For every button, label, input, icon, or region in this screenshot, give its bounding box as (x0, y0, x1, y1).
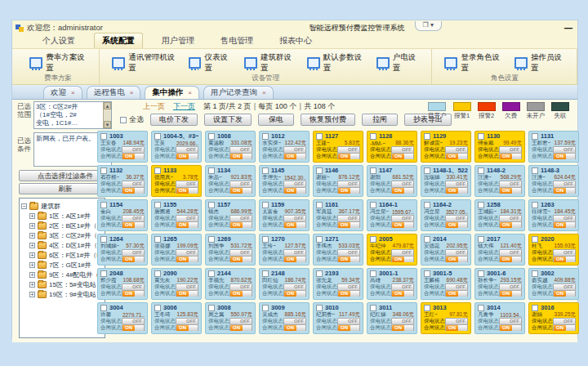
protect-status-toggle[interactable]: OFF (391, 283, 414, 290)
protect-status-toggle[interactable]: OFF (337, 181, 360, 187)
selected-range-listbox[interactable]: 3区：C区2#井 （1#空电，2# 变电，1C1#… ▲ ▼ (33, 101, 112, 129)
protect-status-toggle[interactable]: OFF (553, 181, 576, 187)
card-checkbox[interactable] (154, 305, 161, 311)
switch-status-toggle[interactable]: ON (553, 324, 576, 331)
toolbar-button[interactable]: 恢复预付费 (301, 114, 355, 126)
menu-item[interactable]: 个人设置 (35, 33, 82, 48)
protect-status-toggle[interactable]: OFF (445, 181, 468, 187)
protect-status-toggle[interactable]: OFF (229, 283, 252, 290)
card-checkbox[interactable] (316, 305, 323, 311)
card-checkbox[interactable] (262, 236, 269, 243)
tree-item[interactable]: +6区：F区1#井（F区1# (21, 250, 103, 260)
card-checkbox[interactable] (370, 167, 376, 174)
protect-status-toggle[interactable]: OFF (445, 215, 468, 221)
switch-status-toggle[interactable]: ON (176, 256, 198, 262)
card-checkbox[interactable] (100, 236, 107, 243)
protect-status-toggle[interactable]: OFF (176, 283, 198, 290)
card-checkbox[interactable] (208, 133, 215, 140)
switch-status-toggle[interactable]: ON (283, 221, 306, 228)
protect-status-toggle[interactable]: OFF (391, 249, 414, 256)
tree-item[interactable]: +9区：4#配电井（4#配 (21, 270, 103, 279)
switch-status-toggle[interactable]: ON (337, 290, 360, 297)
protect-status-toggle[interactable]: OFF (283, 146, 306, 153)
switch-status-toggle[interactable]: ON (499, 221, 522, 228)
scroll-up-icon[interactable]: ▲ (104, 102, 111, 109)
card-checkbox[interactable] (154, 270, 161, 277)
switch-status-toggle[interactable]: ON (499, 153, 522, 159)
protect-status-toggle[interactable]: OFF (391, 181, 414, 187)
protect-status-toggle[interactable]: OFF (445, 249, 468, 256)
card-checkbox[interactable] (478, 305, 484, 311)
switch-status-toggle[interactable]: ON (337, 221, 360, 228)
protect-status-toggle[interactable]: OFF (553, 146, 576, 153)
protect-status-toggle[interactable]: OFF (499, 283, 522, 290)
protect-status-toggle[interactable]: OFF (499, 181, 522, 187)
protect-status-toggle[interactable]: OFF (337, 249, 360, 256)
card-checkbox[interactable] (532, 133, 538, 140)
document-tab[interactable]: 远程售电× (87, 86, 141, 99)
card-checkbox[interactable] (100, 202, 107, 208)
expand-icon[interactable]: + (29, 292, 35, 297)
switch-status-toggle[interactable]: ON (445, 153, 468, 159)
switch-status-toggle[interactable]: ON (229, 256, 252, 262)
ribbon-button[interactable]: 登录角色设置 (442, 51, 504, 75)
minimize-button[interactable]: — (564, 24, 572, 33)
ribbon-button[interactable]: 建筑群设置 (242, 51, 296, 75)
protect-status-toggle[interactable]: OFF (122, 249, 145, 256)
switch-status-toggle[interactable]: ON (176, 187, 198, 194)
protect-status-toggle[interactable]: OFF (229, 249, 252, 256)
card-checkbox[interactable] (208, 167, 215, 174)
switch-status-toggle[interactable]: ON (176, 221, 198, 228)
ribbon-button[interactable]: 费率方案设置 (27, 51, 89, 75)
expand-icon[interactable]: + (29, 213, 35, 219)
protect-status-toggle[interactable]: OFF (176, 249, 198, 256)
expand-icon[interactable]: + (29, 243, 35, 248)
card-checkbox[interactable] (262, 133, 269, 140)
protect-status-toggle[interactable]: OFF (176, 181, 198, 187)
protect-status-toggle[interactable]: OFF (337, 318, 360, 324)
card-checkbox[interactable] (100, 167, 107, 174)
card-checkbox[interactable] (154, 167, 161, 174)
protect-status-toggle[interactable]: OFF (391, 318, 414, 324)
switch-status-toggle[interactable]: ON (337, 256, 360, 262)
tree-item[interactable]: +2区：B区1#井（B区1# (21, 221, 103, 230)
card-checkbox[interactable] (208, 270, 215, 277)
close-icon[interactable]: × (262, 89, 266, 96)
switch-status-toggle[interactable]: ON (229, 221, 252, 228)
close-icon[interactable]: × (188, 89, 192, 96)
card-checkbox[interactable] (100, 270, 107, 277)
switch-status-toggle[interactable]: ON (229, 324, 252, 331)
switch-status-toggle[interactable]: ON (499, 256, 522, 262)
expand-icon[interactable]: + (29, 282, 35, 288)
next-page-link[interactable]: 下一页 (173, 101, 195, 112)
card-checkbox[interactable] (262, 167, 269, 174)
toolbar-button[interactable]: 拉闸 (362, 114, 398, 126)
card-checkbox[interactable] (262, 270, 269, 277)
protect-status-toggle[interactable]: OFF (229, 146, 252, 153)
card-checkbox[interactable] (532, 167, 538, 174)
ribbon-button[interactable]: 仪表设置 (186, 51, 234, 75)
switch-status-toggle[interactable]: ON (122, 256, 145, 262)
card-checkbox[interactable] (154, 133, 161, 140)
protect-status-toggle[interactable]: OFF (122, 283, 145, 290)
switch-status-toggle[interactable]: ON (445, 187, 468, 194)
card-checkbox[interactable] (100, 305, 107, 311)
expand-icon[interactable]: + (29, 262, 35, 268)
tree-item[interactable]: +19区：9#变电站（2# (21, 289, 103, 299)
card-checkbox[interactable] (478, 236, 484, 243)
switch-status-toggle[interactable]: ON (122, 187, 145, 194)
switch-status-toggle[interactable]: ON (283, 256, 306, 262)
protect-status-toggle[interactable]: OFF (283, 249, 306, 256)
switch-status-toggle[interactable]: ON (176, 324, 198, 331)
card-checkbox[interactable] (316, 133, 323, 140)
card-checkbox[interactable] (370, 133, 376, 140)
switch-status-toggle[interactable]: ON (445, 221, 468, 228)
switch-status-toggle[interactable]: ON (229, 290, 252, 297)
card-checkbox[interactable] (424, 270, 430, 277)
expand-icon[interactable]: + (29, 223, 35, 229)
switch-status-toggle[interactable]: ON (283, 187, 306, 194)
switch-status-toggle[interactable]: ON (337, 187, 360, 194)
protect-status-toggle[interactable]: OFF (122, 181, 145, 187)
card-checkbox[interactable] (532, 236, 538, 243)
protect-status-toggle[interactable]: OFF (553, 283, 576, 290)
